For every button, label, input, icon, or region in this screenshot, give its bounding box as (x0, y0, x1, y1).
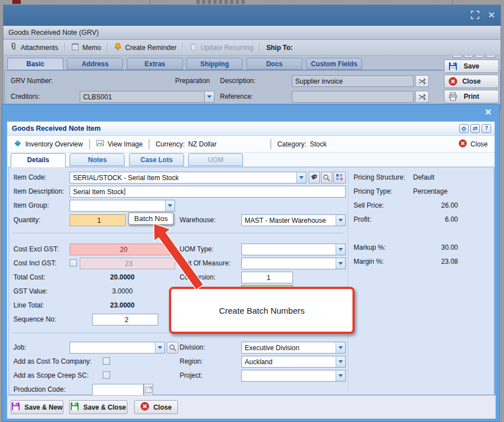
batch-nos-button[interactable]: Batch Nos (128, 212, 174, 225)
close-button[interactable]: Close (444, 75, 499, 88)
tab-notes[interactable]: Notes (70, 153, 125, 166)
image-icon (96, 139, 104, 149)
help-icon[interactable]: ? (482, 124, 491, 133)
currency-display: Currency: NZ Dollar (149, 140, 223, 148)
save-and-new-button[interactable]: Save & New (11, 400, 63, 414)
job-search-icon[interactable] (167, 342, 178, 354)
shuffle-icon[interactable] (415, 75, 429, 87)
pricing-type-label: Pricing Type: (354, 187, 392, 195)
cost-incl-gst-input[interactable]: 23 (80, 258, 175, 269)
sell-price-label: Sell Price: (354, 201, 384, 209)
quantity-input[interactable]: 1 (70, 214, 126, 226)
tab-case-lots[interactable]: Case Lots (129, 153, 184, 166)
divider (12, 233, 343, 233)
modal-title: Goods Received Note Item (7, 125, 100, 132)
sequence-no-input[interactable]: 2 (92, 314, 158, 325)
paperclip-icon (10, 42, 17, 53)
division-select[interactable]: Executive Division (241, 342, 346, 354)
uom-type-label: UOM Type: (180, 245, 213, 253)
cost-excl-gst-input[interactable]: 20 (70, 244, 175, 255)
region-select[interactable]: Auckland (241, 356, 346, 368)
tab-uom[interactable]: UOM (188, 153, 243, 166)
gst-value: 3.0000 (70, 287, 175, 295)
inventory-overview-button[interactable]: Inventory Overview (7, 139, 89, 149)
tab-custom-fields[interactable]: Custom Fields (306, 58, 362, 70)
creditors-select[interactable]: CLBS001 (80, 91, 214, 103)
item-description-label: Item Description: (13, 187, 64, 195)
item-code-label: Item Code: (13, 173, 47, 181)
tab-shipping[interactable]: Shipping (186, 58, 242, 70)
pricing-structure-label: Pricing Structure: (354, 173, 405, 181)
warehouse-label: Warehouse: (180, 216, 216, 224)
total-cost-label: Total Cost: (13, 273, 45, 281)
unit-of-measure-select[interactable] (241, 258, 346, 269)
create-reminder-button[interactable]: Create Reminder (108, 42, 182, 53)
save-floppy-purple-icon (11, 402, 20, 412)
close-icon[interactable]: ✕ (484, 107, 492, 117)
line-total-value: 23.0000 (70, 301, 175, 309)
bell-icon (114, 42, 122, 53)
add-cost-to-company-checkbox[interactable] (103, 357, 110, 365)
refresh-icon[interactable]: ⇄ (470, 124, 480, 133)
item-group-label: Item Group: (13, 201, 49, 209)
category-display: Category: Stock (271, 140, 333, 148)
update-recurring-button[interactable]: Update Recurring (183, 43, 259, 53)
cost-excl-gst-label: Cost Excl GST: (13, 245, 59, 253)
chevron-down-icon (296, 172, 306, 183)
description-input[interactable]: Supplier invoice (292, 75, 414, 87)
grv-item-modal: ✕ Goods Received Note Item ⇄ ? Inventory… (2, 104, 500, 422)
modal-footer-close-button[interactable]: Close (134, 400, 178, 414)
profit-label: Profit: (354, 215, 371, 223)
tag-icon[interactable] (309, 172, 320, 184)
modal-titlebar: Goods Received Note Item ⇄ ? (7, 122, 494, 136)
modal-footer: Save & New Save & Close Close (7, 395, 496, 419)
grv-tab-bar: Basic Address Extras Shipping Docs Custo… (7, 58, 363, 70)
reference-input[interactable] (292, 91, 414, 103)
save-button[interactable]: Save (444, 59, 499, 73)
tab-details[interactable]: Details (11, 153, 66, 167)
reference-label: Reference: (220, 93, 253, 100)
cost-incl-gst-checkbox[interactable] (70, 259, 77, 267)
job-select[interactable] (70, 342, 165, 354)
uom-type-select[interactable] (241, 244, 346, 255)
grv-toolbar: Attachments Memo Create Reminder Update … (3, 40, 501, 56)
add-scope-creep-checkbox[interactable] (103, 371, 110, 379)
warehouse-select[interactable]: MAST - Master Warehouse (241, 214, 346, 226)
attachments-button[interactable]: Attachments (3, 42, 65, 53)
maximize-icon[interactable] (471, 11, 479, 21)
pricing-structure-value: Default (413, 173, 434, 181)
modal-close-button[interactable]: Close (452, 139, 494, 149)
search-icon[interactable] (321, 172, 332, 184)
line-total-label: Line Total: (13, 301, 44, 309)
chevron-down-icon (336, 370, 345, 381)
conversion-input[interactable]: 1 (241, 272, 293, 283)
division-label: Division: (180, 343, 205, 351)
save-and-close-button[interactable]: Save & Close (69, 400, 127, 414)
chevron-down-icon (336, 342, 345, 353)
chevron-down-icon (336, 258, 345, 269)
gear-icon[interactable] (459, 124, 469, 133)
tab-address[interactable]: Address (67, 58, 123, 70)
add-cost-to-company-label: Add as Cost To Company: (13, 357, 91, 365)
memo-button[interactable]: Memo (65, 43, 107, 53)
item-options-icon[interactable] (333, 172, 346, 184)
print-button[interactable]: Print (444, 90, 499, 103)
total-cost-value: 20.0000 (70, 273, 175, 281)
view-image-button[interactable]: View Image (90, 139, 149, 149)
shuffle-icon[interactable] (415, 91, 429, 103)
tab-basic[interactable]: Basic (7, 58, 63, 70)
close-icon[interactable]: ✕ (488, 10, 495, 20)
screen: ✕ Goods Received Note (GRV) − ⇄ ? Attach… (0, 0, 504, 422)
sequence-no-label: Sequence No: (13, 315, 56, 323)
grv-header: Goods Received Note (GRV) − ⇄ ? (3, 26, 501, 40)
grv-item-modal-body: Goods Received Note Item ⇄ ? Inventory O… (7, 121, 495, 418)
production-code-input[interactable] (92, 384, 144, 396)
item-description-input[interactable]: Serial Item Stock (70, 186, 346, 198)
close-red-icon (448, 77, 457, 86)
tab-extras[interactable]: Extras (127, 58, 183, 70)
item-code-select[interactable]: SERIAL/STOCK - Serial Item Stock (70, 172, 306, 184)
item-group-select[interactable] (70, 200, 175, 212)
project-select[interactable] (241, 370, 346, 382)
production-code-picker-icon[interactable] (144, 384, 153, 396)
tab-docs[interactable]: Docs (246, 58, 303, 70)
